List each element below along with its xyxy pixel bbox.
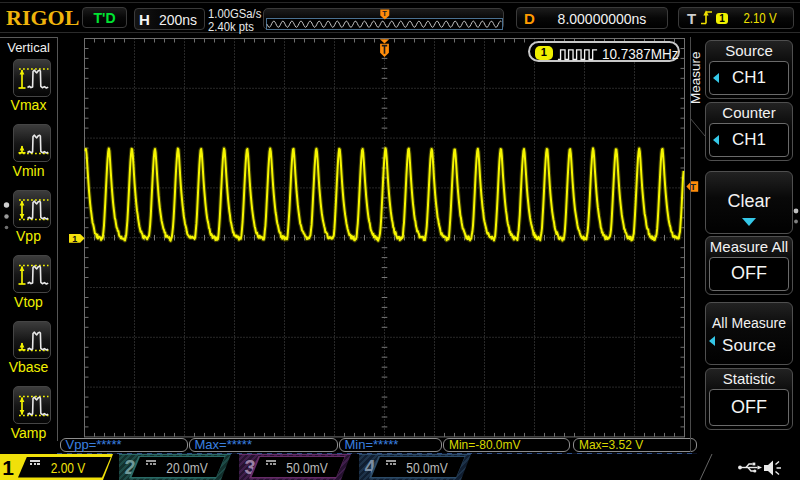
svg-text:T: T [690,181,696,192]
svg-text:1: 1 [72,234,77,244]
